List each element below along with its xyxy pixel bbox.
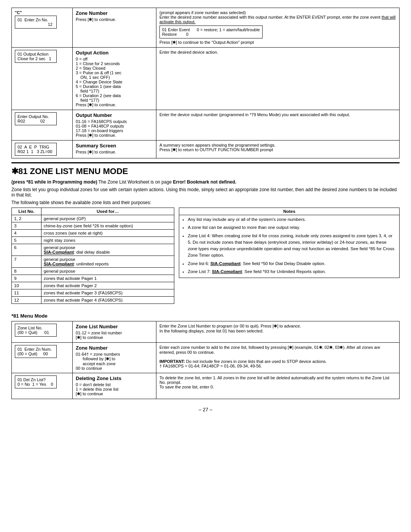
list-item: Zone list 6: SIA-Compliant: See field *5…: [188, 260, 397, 267]
col3-output-number: Enter the device output number (programm…: [156, 110, 399, 140]
used-for: chime-by-zone (see field *26 to enable o…: [41, 222, 174, 230]
sia-note7: SIA-Compliant: [212, 269, 242, 274]
col1-summary: 02 A E P TRIG R02 1 1 3 ZL=00: [12, 141, 73, 158]
list-item: Zone List 4: When creating zone list 4 f…: [188, 233, 397, 259]
lcd-mm-zone-number: 01 Enter Zn Num. (00 = Quit) 00: [15, 345, 57, 358]
col2-output-number: Output Number 01-16 = FA168CPS outputs 0…: [73, 110, 156, 140]
notes-cell: Any list may include any or all of the s…: [179, 215, 400, 278]
mmzn-desc: Enter each zone number to add to the zon…: [159, 345, 396, 368]
output-number-desc: Enter the device output number (programm…: [159, 112, 396, 117]
lcd-output-number: Enter Output No. R02 02: [15, 112, 57, 125]
list-no: 10: [12, 282, 41, 289]
list-no: 7: [12, 256, 41, 268]
summary-title: Summary Screen: [76, 143, 153, 149]
row-summary-screen: 02 A E P TRIG R02 1 1 3 ZL=00 Summary Sc…: [11, 141, 400, 158]
top-section: "C" 01 Enter Zn No. 12 Zone Number Press…: [11, 8, 400, 158]
mmzn-title: Zone Number: [76, 345, 153, 351]
used-for: night stay zones: [41, 237, 174, 244]
table-row: 4 cross zones (see note at right): [12, 230, 174, 237]
table-row: 7 general purposeSIA-Compliant: unlimite…: [12, 256, 174, 268]
lcd-on-line1: Enter Output No.: [18, 114, 54, 119]
lcd-line1: 01 Enter Zn No.: [18, 18, 54, 22]
col3-zone-number: (prompt appears if zone number was selec…: [156, 8, 399, 47]
del-desc: To delete the zone list, enter 1. All zo…: [159, 375, 396, 389]
lcd-zone-list-no: Zone List No. (00 = Quit) 01: [15, 324, 57, 337]
zone-list-right: Notes Any list may include any or all of…: [174, 208, 400, 309]
mmzn-subtitle: 01-64† = zone numbers followed by [✱] to…: [76, 352, 153, 371]
col2-summary: Summary Screen Press [✱] to continue.: [73, 141, 156, 158]
mm-col1-zln: Zone List No. (00 = Quit) 01: [12, 321, 73, 342]
lcd-summary: 02 A E P TRIG R02 1 1 3 ZL=00: [15, 143, 57, 156]
col1-output-action: 01 Output Action Close for 2 sec 1: [12, 48, 73, 110]
list-no: 4: [12, 230, 41, 237]
lcd-mmzn-line2: (00 = Quit) 00: [18, 351, 54, 356]
zone-list-outer: List No. Used for… 1, 2 general purpose …: [11, 208, 400, 309]
used-for: general purposeSIA-Compliant: dial delay…: [41, 244, 174, 256]
zone-number-subtitle: Press [✱] to continue.: [76, 17, 153, 22]
intro-bold1: (press *81 while in Programming mode): [11, 179, 97, 185]
zone-desc1: (prompt appears if zone number was selec…: [159, 10, 396, 24]
output-action-options: 0 = off 1 = Close for 2 seconds 2 = Stay…: [76, 57, 153, 107]
used-for: zones that activate Pager 3 (FA168CPS): [41, 289, 174, 297]
output-action-title: Output Action: [76, 50, 153, 56]
lcd-oa-line1: 01 Output Action: [18, 52, 54, 56]
lcd-del-line1: 01 Del Zn List?: [18, 377, 54, 382]
used-for: general purpose (GP): [41, 215, 174, 222]
row-output-action: 01 Output Action Close for 2 sec 1 Outpu…: [11, 48, 400, 110]
row-zone-number: "C" 01 Enter Zn No. 12 Zone Number Press…: [11, 8, 400, 48]
zone-intro-para2: Zone lists let you group individual zone…: [11, 187, 400, 198]
notes-list: Any list may include any or all of the s…: [182, 216, 397, 275]
col2-output-action: Output Action 0 = off 1 = Close for 2 se…: [73, 48, 156, 110]
table-row: 6 general purposeSIA-Compliant: dial del…: [12, 244, 174, 256]
menu-row-delete-zone: 01 Del Zn List? 0 = No 1 = Yes 0 Deletin…: [11, 373, 400, 399]
mm-col1-zn: 01 Enter Zn Num. (00 = Quit) 00: [12, 343, 73, 373]
del-subtitle: 0 = don't delete list 1 = delete this zo…: [76, 382, 153, 396]
col3-summary: A summary screen appears showing the pro…: [156, 141, 399, 158]
sia-note6: SIA-Compliant: [210, 261, 241, 266]
lcd-output-action: 01 Output Action Close for 2 sec 1: [15, 50, 57, 63]
used-for: zones that activate Pager 4 (FA168CPS): [41, 297, 174, 304]
th-used-for: Used for…: [41, 208, 174, 215]
col2-zone-number: Zone Number Press [✱] to continue.: [73, 8, 156, 47]
lcd-zln-line2: (00 = Quit) 01: [18, 330, 54, 335]
del-title: Deleting Zone Lists: [76, 375, 153, 381]
table-row: 8 general purpose: [12, 268, 174, 275]
notes-table: Notes Any list may include any or all of…: [179, 208, 400, 278]
lcd-mmzn-line1: 01 Enter Zn Num.: [18, 347, 54, 351]
mm-col1-del: 01 Del Zn List? 0 = No 1 = Yes 0: [12, 373, 73, 399]
th-notes: Notes: [179, 208, 400, 215]
notes-row: Any list may include any or all of the s…: [179, 215, 400, 278]
mm-col2-del: Deleting Zone Lists 0 = don't delete lis…: [73, 373, 156, 399]
list-no: 1, 2: [12, 215, 41, 222]
th-list-no: List No.: [12, 208, 41, 215]
zone-list-left: List No. Used for… 1, 2 general purpose …: [11, 208, 174, 309]
lcd-del-zone: 01 Del Zn List? 0 = No 1 = Yes 0: [15, 375, 57, 388]
table-row: 9 zones that activate Pager 1: [12, 275, 174, 282]
output-number-title: Output Number: [76, 112, 153, 118]
zln-desc: Enter the Zone List Number to program (o…: [159, 324, 396, 333]
table-row: 10 zones that activate Pager 2: [12, 282, 174, 289]
lcd-line2: 12: [18, 22, 54, 27]
lcd2-wrapper: 01 Enter Event 0 = restore; 1 = alarm/fa…: [159, 26, 396, 38]
intro-bold2: Error! Bookmark not defined.: [173, 179, 236, 185]
zone-list-section: ✱81 ZONE LIST MENU MODE (press *81 while…: [11, 162, 400, 399]
zone-table: List No. Used for… 1, 2 general purpose …: [11, 208, 174, 304]
list-item: A zone list can be assigned to more than…: [188, 224, 397, 231]
intro-text: The Zone List Worksheet is on page: [99, 179, 173, 185]
list-no: 3: [12, 222, 41, 230]
used-for: general purposeSIA-Compliant: unlimited …: [41, 256, 174, 268]
col1-output-number: Enter Output No. R02 02: [12, 110, 73, 140]
list-item: Zone List 7: SIA-Compliant: See field *9…: [188, 268, 397, 275]
sia-label-7: SIA-Compliant: [44, 262, 74, 266]
table-row: 11 zones that activate Pager 3 (FA168CPS…: [12, 289, 174, 297]
summary-desc: A summary screen appears showing the pro…: [159, 143, 396, 152]
zln-title: Zone List Number: [76, 324, 153, 329]
lcd-del-line2: 0 = No 1 = Yes 0: [18, 382, 54, 387]
zone-intro-para1: (press *81 while in Programming mode) Th…: [11, 179, 400, 185]
row-output-number: Enter Output No. R02 02 Output Number 01…: [11, 110, 400, 141]
lcd2-line1: 01 Enter Event 0 = restore; 1 = alarm/fa…: [162, 27, 260, 32]
zone-number-title: Zone Number: [76, 10, 153, 16]
menu-row-zone-number: 01 Enter Zn Num. (00 = Quit) 00 Zone Num…: [11, 343, 400, 373]
output-number-subtitle: 01-16 = FA168CPS outputs 01-08 = FA148CP…: [76, 119, 153, 138]
mm-col2-zln: Zone List Number 01-12 = zone list numbe…: [73, 321, 156, 342]
